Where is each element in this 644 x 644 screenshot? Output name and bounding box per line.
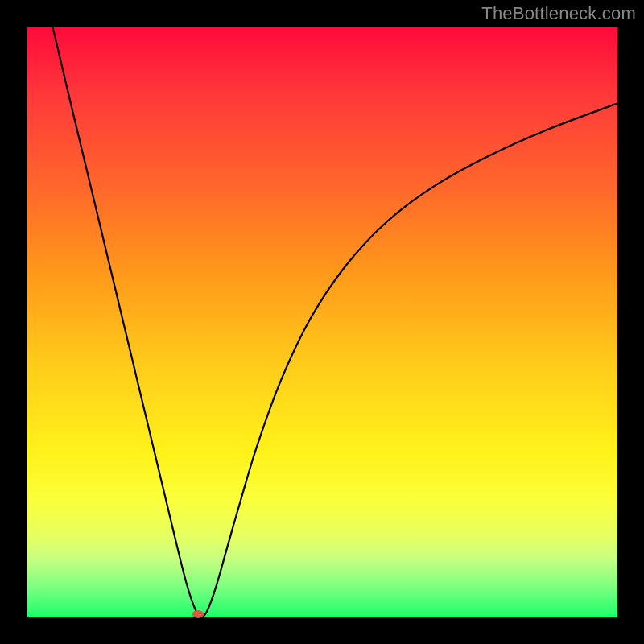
watermark-text: TheBottleneck.com <box>481 3 636 24</box>
plot-area <box>27 27 617 617</box>
chart-frame: TheBottleneck.com <box>0 0 644 644</box>
bottleneck-curve <box>52 27 617 617</box>
curve-svg <box>27 27 617 617</box>
min-marker <box>192 610 204 618</box>
